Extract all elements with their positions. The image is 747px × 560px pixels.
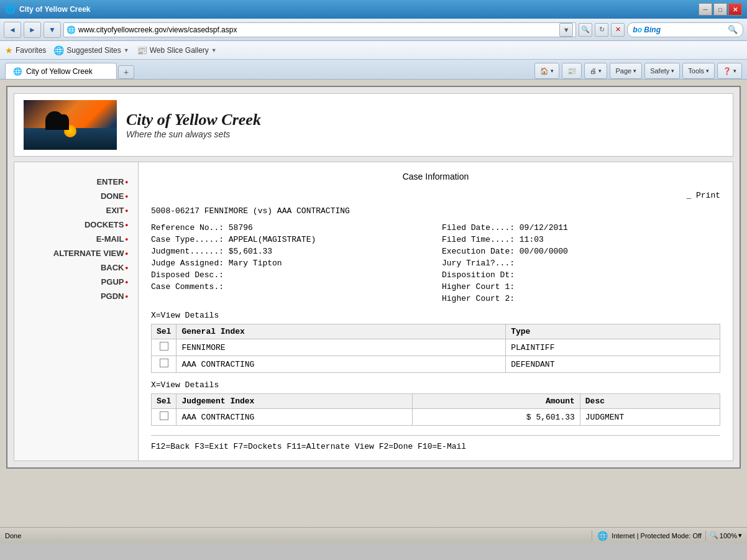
suggested-arrow-icon: ▼ [124,47,129,53]
table-cell-sel [152,339,176,356]
col-judgement-index: Judgement Index [176,394,413,409]
sidebar-label-email: E-MAIL [96,234,124,244]
case-number: 5008-06217 FENNIMORE (vs) AAA CONTRACTIN… [151,206,720,216]
sidebar-label-dockets: DOCKETS [85,220,124,229]
field-case-type: Case Type.....: APPEAL(MAGISTRATE) [151,235,429,244]
header-text: City of Yellow Creek Where the sun alway… [126,111,261,139]
site-header: City of Yellow Creek Where the sun alway… [14,93,733,157]
title-bar-title: City of Yellow Creek [19,5,91,14]
col-general-index: General Index [176,324,506,339]
search-icon-btn[interactable]: 🔍 [579,23,592,37]
checkbox-j1[interactable] [160,411,168,420]
sidebar-item-back[interactable]: BACK • [19,260,133,275]
tab-section: 🌐 City of Yellow Creek + [0,63,529,79]
checkbox-2[interactable] [160,359,168,367]
view-details-2: X=View Details [151,380,720,390]
col-sel-1: Sel [152,324,176,339]
ie-icon-suggested: 🌐 [53,45,64,55]
sidebar-dot-done: • [125,191,128,201]
close-button[interactable]: ✕ [728,3,742,16]
bing-logo: bo Bing [633,25,661,34]
field-jury: Jury Trial?...: [442,259,720,268]
page-wrapper: City of Yellow Creek Where the sun alway… [6,86,741,469]
table-cell-type-2: DEFENDANT [506,356,720,373]
title-bar: 🌐 City of Yellow Creek ─ □ ✕ [0,0,747,19]
sidebar-item-pgdn[interactable]: PGDN • [19,289,133,303]
search-input[interactable] [663,25,725,34]
tab-toolbar-row: 🌐 City of Yellow Creek + 🏠 ▾ 📰 🖨 ▾ Page … [0,60,747,80]
sidebar-dot-alternate-view: • [125,249,128,258]
sidebar-item-email[interactable]: E-MAIL • [19,232,133,246]
zoom-button[interactable]: 🔍 100% ▾ [710,531,742,539]
field-ref: Reference No..: 58796 [151,223,429,232]
table-cell-general-index-1: FENNIMORE [176,339,506,356]
stop-button[interactable]: ✕ [611,23,625,37]
web-slice-button[interactable]: 📰 Web Slice Gallery ▼ [137,45,217,55]
sidebar-item-alternate-view[interactable]: ALTERNATE VIEW • [19,246,133,260]
minimize-button[interactable]: ─ [699,3,712,16]
status-separator-1 [592,531,592,541]
right-toolbar: 🏠 ▾ 📰 🖨 ▾ Page ▾ Safety ▾ Tools ▾ ❓ ▾ [529,63,747,79]
view-details-1: X=View Details [151,311,720,320]
checkbox-1[interactable] [160,342,168,351]
safety-button[interactable]: Safety ▾ [644,63,680,79]
sidebar-dot-enter: • [125,177,128,186]
sidebar-item-exit[interactable]: EXIT • [19,203,133,218]
sidebar-item-dockets[interactable]: DOCKETS • [19,218,133,232]
function-keys: F12=Back F3=Exit F7=Dockets F11=Alternat… [151,435,720,451]
sidebar-item-enter[interactable]: ENTER • [19,175,133,189]
col-type: Type [506,324,720,339]
tab-city-of-yellow-creek[interactable]: 🌐 City of Yellow Creek [5,63,117,79]
sidebar-label-exit: EXIT [106,206,124,215]
print-link[interactable]: _ Print [151,191,720,200]
favorites-bar: ★ Favorites 🌐 Suggested Sites ▼ 📰 Web Sl… [0,41,747,60]
home-button[interactable]: 🏠 ▾ [534,63,559,79]
judgement-index-table: Sel Judgement Index Amount Desc AAA CONT… [151,393,720,426]
col-sel-j: Sel [152,394,176,409]
address-input[interactable] [78,25,557,34]
case-fields: Reference No..: 58796 Filed Date....: 09… [151,223,720,303]
suggested-sites-button[interactable]: 🌐 Suggested Sites ▼ [53,45,129,55]
globe-icon: 🌐 [597,531,608,541]
field-judgment: Judgment......: $5,601.33 [151,247,429,256]
sidebar-dot-email: • [125,234,128,244]
forward-button[interactable]: ► [24,22,41,38]
page-button[interactable]: Page ▾ [610,63,642,79]
help-button[interactable]: ❓ ▾ [717,63,742,79]
sidebar: ENTER • DONE • EXIT • DOCKETS • E-MAIL [14,162,139,461]
favorites-label: Favorites [16,46,46,55]
sidebar-dot-pgdn: • [125,291,128,301]
field-disposed: Disposed Desc.: [151,270,429,280]
feed-button[interactable]: 📰 [562,63,582,79]
table-cell-sel-j1 [152,409,176,426]
security-status: Internet | Protected Mode: Off [612,532,702,539]
new-tab-button[interactable]: + [118,65,134,79]
web-slice-label: Web Slice Gallery [150,46,209,55]
table-cell-judgment-index-1: AAA CONTRACTING [176,409,413,426]
field-judge: Judge Assigned: Mary Tipton [151,259,429,268]
dropdown-button[interactable]: ▼ [44,22,61,38]
zoom-arrow-icon: ▾ [738,531,742,539]
browser-content: City of Yellow Creek Where the sun alway… [0,80,747,527]
site-title: City of Yellow Creek [126,111,261,129]
search-glass-icon[interactable]: 🔍 [728,25,738,34]
back-button[interactable]: ◄ [4,22,21,38]
sidebar-label-done: DONE [101,191,124,201]
title-bar-icon: 🌐 [5,4,16,14]
refresh-button[interactable]: ↻ [595,23,608,37]
favorites-button[interactable]: ★ Favorites [5,45,46,55]
zoom-level: 100% [720,532,737,539]
address-bar: ◄ ► ▼ 🌐 ▼ 🔍 ↻ ✕ bo Bing 🔍 [0,19,747,41]
dropdown-url-button[interactable]: ▼ [559,23,573,37]
sidebar-label-back: BACK [101,263,124,272]
print-toolbar-button[interactable]: 🖨 ▾ [584,63,607,79]
tools-button[interactable]: Tools ▾ [682,63,715,79]
sidebar-item-done[interactable]: DONE • [19,189,133,203]
sidebar-label-alternate-view: ALTERNATE VIEW [53,249,124,258]
table-cell-type-1: PLAINTIFF [506,339,720,356]
sidebar-item-pgup[interactable]: PGUP • [19,275,133,289]
section-title: Case Information [151,172,720,181]
field-filed-date: Filed Date....: 09/12/2011 [442,223,720,232]
maximize-button[interactable]: □ [713,3,727,16]
content-area: Case Information _ Print 5008-06217 FENN… [139,162,733,461]
